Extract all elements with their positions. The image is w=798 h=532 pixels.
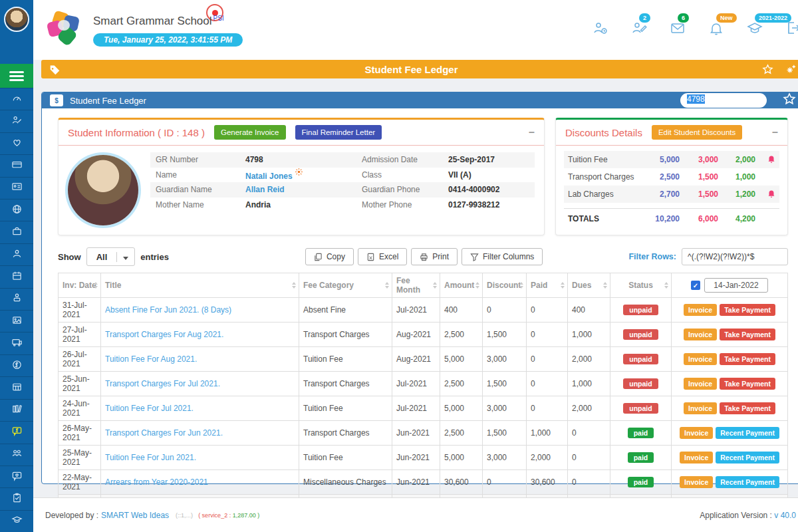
sidebar-menu xyxy=(0,88,33,532)
excel-file-icon xyxy=(366,253,375,261)
sidebar-item-inventory[interactable] xyxy=(0,221,33,243)
gr-search-input[interactable]: 4798 xyxy=(680,93,767,108)
cell-amount: 2,500 xyxy=(440,372,483,396)
field-value[interactable]: Allan Reid xyxy=(245,185,362,194)
invoice-button[interactable]: Invoice xyxy=(680,452,713,464)
invoice-button[interactable]: Invoice xyxy=(684,378,717,390)
sidebar-item-gallery[interactable] xyxy=(0,310,33,332)
invoice-button[interactable]: Invoice xyxy=(680,427,713,439)
fee-title-link[interactable]: Tuition Fee For Jul 2021. xyxy=(105,404,194,413)
logout-button[interactable] xyxy=(785,20,798,36)
take-payment-button[interactable]: Take Payment xyxy=(720,304,775,316)
cell-month: Jun-2021 xyxy=(392,421,440,446)
recent-payment-button[interactable]: Recent Payment xyxy=(716,427,779,439)
panel-star-button[interactable] xyxy=(783,92,796,108)
notifications-badge: New xyxy=(716,13,737,23)
filter-rows-input[interactable] xyxy=(682,248,788,265)
collapse-discounts-card-button[interactable]: – xyxy=(772,126,778,138)
sidebar-item-fee-card[interactable] xyxy=(0,154,33,176)
favorite-star-icon[interactable] xyxy=(762,64,773,75)
sidebar-item-transport[interactable] xyxy=(0,332,33,354)
notifications-button[interactable]: New xyxy=(708,20,724,36)
column-header-amount[interactable]: Amount xyxy=(440,273,483,298)
cell-inv-date: 26-Jul-2021 xyxy=(59,347,101,372)
invoice-button[interactable]: Invoice xyxy=(684,402,717,414)
take-payment-button[interactable]: Take Payment xyxy=(720,329,775,340)
sidebar-item-student-admission[interactable] xyxy=(0,110,33,132)
sidebar-item-exam[interactable] xyxy=(0,487,33,509)
fee-title-link[interactable]: Tuition Fee For Jun 2021. xyxy=(105,453,196,462)
sidebar-item-student[interactable] xyxy=(0,243,33,265)
sidebar-item-users[interactable] xyxy=(0,444,33,466)
transport-icon xyxy=(11,336,23,350)
recent-payment-button[interactable]: Recent Payment xyxy=(716,452,779,464)
timetable-icon xyxy=(11,381,23,395)
take-payment-button[interactable]: Take Payment xyxy=(720,378,775,390)
sidebar-item-dashboard[interactable] xyxy=(0,88,33,110)
exam-icon xyxy=(11,492,23,506)
sidebar-item-fees[interactable] xyxy=(0,354,33,376)
health-icon xyxy=(11,137,23,151)
fee-title-link[interactable]: Transport Charges For Jun 2021. xyxy=(105,428,223,438)
column-header-status[interactable]: Status xyxy=(610,273,672,298)
cell-dues: 1,000 xyxy=(568,372,610,396)
academics-icon xyxy=(11,514,23,528)
fee-title-link[interactable]: Arrears from Year 2020-2021 xyxy=(105,477,208,487)
column-header-date-filter: ✓ xyxy=(672,273,788,298)
reminder-bell-icon[interactable] xyxy=(755,155,775,165)
invoice-button[interactable]: Invoice xyxy=(684,304,717,316)
sidebar-item-feedback[interactable] xyxy=(0,466,33,487)
invoice-button[interactable]: Invoice xyxy=(680,476,713,488)
sidebar-item-library[interactable] xyxy=(0,399,33,421)
column-header-paid[interactable]: Paid xyxy=(527,273,568,298)
date-filter-checkbox[interactable]: ✓ xyxy=(691,281,700,290)
session-button[interactable]: 2021-2022 xyxy=(747,20,763,36)
column-header-fee-month[interactable]: Fee Month xyxy=(392,273,440,298)
fee-title-link[interactable]: Transport Charges For Jul 2021. xyxy=(105,379,220,388)
visitor-log-button[interactable] xyxy=(593,20,608,36)
take-payment-button[interactable]: Take Payment xyxy=(720,353,775,365)
recent-payment-button[interactable]: Recent Payment xyxy=(716,476,779,488)
print-button[interactable]: Print xyxy=(411,248,458,265)
collapse-student-card-button[interactable]: – xyxy=(529,126,535,138)
take-payment-button[interactable]: Take Payment xyxy=(720,402,775,414)
invoice-button[interactable]: Invoice xyxy=(684,353,717,365)
column-header-dues[interactable]: Dues xyxy=(568,273,610,298)
cell-discount: 3,000 xyxy=(483,396,527,421)
fee-title-link[interactable]: Tuition Fee For Aug 2021. xyxy=(105,354,197,364)
column-header-discount[interactable]: Discount xyxy=(483,273,527,298)
invoice-button[interactable]: Invoice xyxy=(684,329,717,340)
column-header-fee-category[interactable]: Fee Category xyxy=(299,273,392,298)
edit-discounts-button[interactable]: Edit Student Discounts xyxy=(652,125,742,140)
cell-status: unpaid xyxy=(610,396,672,421)
sidebar-item-academics[interactable] xyxy=(0,510,33,532)
sidebar-item-website[interactable] xyxy=(0,199,33,221)
field-value: 0414-4000902 xyxy=(448,185,529,194)
company-link[interactable]: SMART Web Ideas xyxy=(101,511,169,520)
cell-inv-date: 27-Jul-2021 xyxy=(59,323,101,347)
sidebar-item-attendance[interactable] xyxy=(0,265,33,287)
generate-invoice-button[interactable]: Generate Invoice xyxy=(214,125,286,140)
copy-button[interactable]: Copy xyxy=(305,248,354,265)
sidebar-item-timetable[interactable] xyxy=(0,376,33,398)
date-filter-input[interactable] xyxy=(704,278,768,293)
fee-title-link[interactable]: Transport Charges For Aug 2021. xyxy=(105,330,223,339)
field-value[interactable]: Natali Jones xyxy=(245,168,362,181)
filter-columns-button[interactable]: Filter Columns xyxy=(462,248,543,265)
column-header-title[interactable]: Title xyxy=(101,273,299,298)
settings-gears-icon[interactable] xyxy=(785,64,797,75)
sidebar-item-health[interactable] xyxy=(0,132,33,154)
fee-title-link[interactable]: Absent Fine For Jun 2021. (8 Days) xyxy=(105,305,231,315)
final-reminder-button[interactable]: Final Reminder Letter xyxy=(295,125,382,140)
reminder-bell-icon[interactable] xyxy=(755,190,775,200)
admissions-button[interactable]: 2 xyxy=(631,20,647,36)
excel-button[interactable]: Excel xyxy=(358,248,407,265)
menu-toggle-button[interactable] xyxy=(0,64,33,88)
sidebar-item-id-card[interactable] xyxy=(0,177,33,199)
sidebar-item-staff[interactable] xyxy=(0,288,33,310)
messages-button[interactable]: 6 xyxy=(670,20,686,36)
user-avatar[interactable] xyxy=(4,7,29,32)
entries-select[interactable]: All xyxy=(86,247,136,266)
column-header-inv-date[interactable]: Inv: Date xyxy=(59,273,101,298)
sidebar-item-fee-ledger[interactable] xyxy=(0,421,33,443)
